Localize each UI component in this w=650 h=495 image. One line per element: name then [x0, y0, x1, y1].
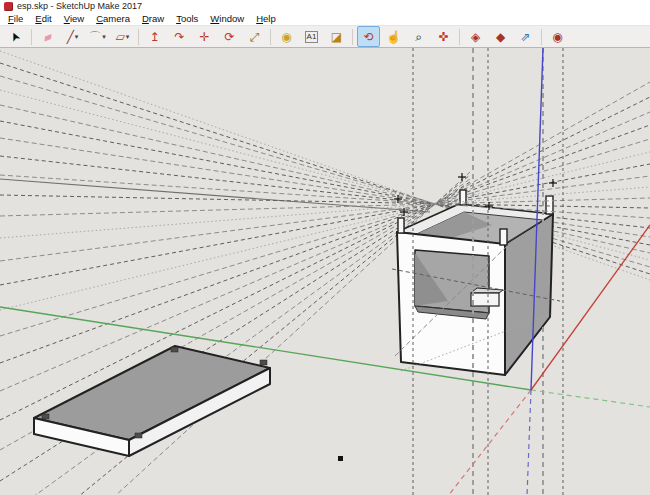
- pan-tool-icon: ☝: [386, 31, 401, 43]
- chevron-down-icon[interactable]: ▾: [75, 33, 79, 41]
- menu-tools[interactable]: Tools: [170, 13, 204, 25]
- tape-measure-tool[interactable]: ◉: [275, 26, 298, 47]
- chevron-down-icon[interactable]: ▾: [102, 33, 106, 41]
- axis-red-negative[interactable]: [448, 390, 531, 495]
- menu-camera[interactable]: Camera: [90, 13, 136, 25]
- arc-tool-icon: ⌒: [89, 31, 101, 43]
- zoom-extents-tool-icon: ✜: [438, 31, 448, 43]
- paint-bucket-tool[interactable]: ◪: [325, 26, 348, 47]
- rotate-tool[interactable]: ⟳: [218, 26, 241, 47]
- select-tool-icon: ➤: [8, 29, 23, 43]
- rectangle-tool-icon: ▱: [116, 31, 125, 43]
- text-tool-icon: A1: [305, 31, 319, 43]
- follow-me-tool[interactable]: ↷: [168, 26, 191, 47]
- pan-tool[interactable]: ☝: [382, 26, 405, 47]
- follow-me-tool-icon: ↷: [174, 31, 184, 43]
- slab-corner-hole[interactable]: [42, 414, 49, 419]
- toolbar-separator: [459, 29, 460, 45]
- export-model-button[interactable]: ⇗: [514, 26, 537, 47]
- paint-bucket-tool-icon: ◪: [331, 31, 342, 43]
- toolbar-separator: [138, 29, 139, 45]
- viewport-3d[interactable]: [0, 48, 650, 495]
- push-pull-tool-icon: ↥: [149, 31, 159, 43]
- eraser-tool[interactable]: ▰: [36, 26, 59, 47]
- menu-draw[interactable]: Draw: [136, 13, 170, 25]
- move-tool-icon: ✛: [199, 31, 209, 43]
- orbit-tool[interactable]: ⟲: [357, 26, 380, 47]
- line-tool[interactable]: ╱▾: [61, 26, 84, 47]
- slab-corner-hole[interactable]: [260, 360, 267, 365]
- menu-help[interactable]: Help: [250, 13, 282, 25]
- zoom-tool[interactable]: ⌕: [407, 26, 430, 47]
- rectangle-tool[interactable]: ▱▾: [111, 26, 134, 47]
- inner-block[interactable]: [471, 293, 499, 306]
- sketchup-logo-icon: [4, 2, 13, 11]
- edge-line[interactable]: [0, 179, 430, 212]
- get-models-button-icon: ◈: [471, 31, 480, 43]
- scale-tool-icon: ⤢: [250, 31, 260, 43]
- corner-post[interactable]: [398, 218, 404, 233]
- extension-warehouse-button[interactable]: ◉: [546, 26, 569, 47]
- share-model-button[interactable]: ◆: [489, 26, 512, 47]
- guide-point-marker[interactable]: [458, 173, 466, 181]
- eraser-tool-icon: ▰: [41, 29, 54, 43]
- guide-point-marker[interactable]: [549, 179, 557, 187]
- corner-post[interactable]: [500, 229, 507, 245]
- move-tool[interactable]: ✛: [193, 26, 216, 47]
- orbit-tool-icon: ⟲: [363, 31, 373, 43]
- toolbar-separator: [270, 29, 271, 45]
- toolbar: ➤▰╱▾⌒▾▱▾↥↷✛⟳⤢◉A1◪⟲☝⌕✜◈◆⇗◉: [0, 26, 650, 48]
- extension-warehouse-button-icon: ◉: [552, 31, 562, 43]
- axis-blue-negative[interactable]: [527, 390, 531, 495]
- rotate-tool-icon: ⟳: [224, 31, 234, 43]
- zoom-tool-icon: ⌕: [415, 31, 422, 43]
- slab-corner-hole[interactable]: [171, 347, 178, 352]
- slab-corner-hole[interactable]: [135, 433, 142, 438]
- zoom-extents-tool[interactable]: ✜: [432, 26, 455, 47]
- toolbar-separator: [352, 29, 353, 45]
- share-model-button-icon: ◆: [496, 31, 505, 43]
- toolbar-separator: [31, 29, 32, 45]
- chevron-down-icon[interactable]: ▾: [126, 33, 130, 41]
- line-tool-icon: ╱: [67, 31, 74, 43]
- menu-file[interactable]: File: [2, 13, 29, 25]
- text-tool[interactable]: A1: [300, 26, 323, 47]
- push-pull-tool[interactable]: ↥: [143, 26, 166, 47]
- axis-green-negative[interactable]: [531, 390, 650, 407]
- window-title: esp.skp - SketchUp Make 2017: [17, 0, 142, 13]
- get-models-button[interactable]: ◈: [464, 26, 487, 47]
- arc-tool[interactable]: ⌒▾: [86, 26, 109, 47]
- menu-window[interactable]: Window: [204, 13, 250, 25]
- export-model-button-icon: ⇗: [520, 31, 530, 43]
- title-bar: esp.skp - SketchUp Make 2017: [0, 0, 650, 13]
- toolbar-separator: [541, 29, 542, 45]
- scale-tool[interactable]: ⤢: [243, 26, 266, 47]
- select-tool[interactable]: ➤: [4, 26, 27, 47]
- menu-view[interactable]: View: [58, 13, 90, 25]
- tape-measure-tool-icon: ◉: [281, 31, 291, 43]
- guide-point-dot[interactable]: [338, 456, 343, 461]
- menu-bar: FileEditViewCameraDrawToolsWindowHelp: [0, 13, 650, 26]
- menu-edit[interactable]: Edit: [29, 13, 57, 25]
